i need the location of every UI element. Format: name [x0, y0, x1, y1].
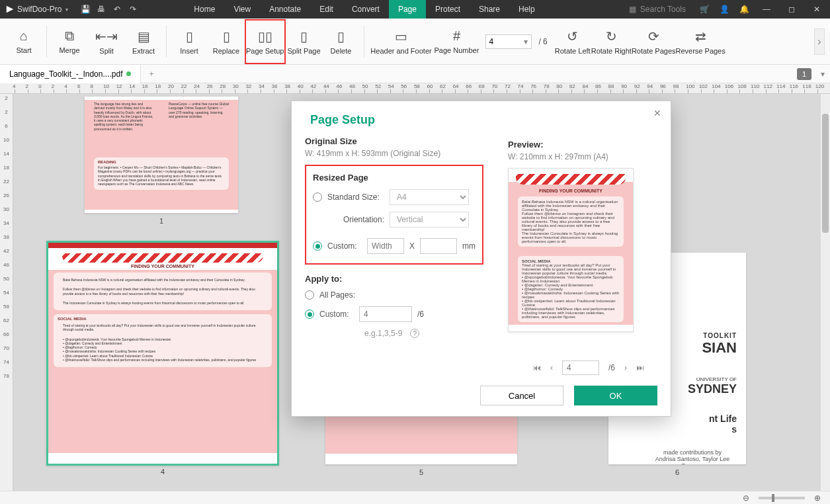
p4-social-intro: Tired of staring at your textbooks all d… [58, 321, 268, 335]
custom-pages-input[interactable] [359, 306, 412, 322]
cancel-button[interactable]: Cancel [480, 386, 563, 405]
rotate-pages-button[interactable]: ⟳Rotate Pages [632, 21, 676, 63]
undo-icon[interactable]: ↶ [112, 4, 122, 15]
dialog-buttons: Cancel OK [480, 386, 657, 405]
nav-prev-icon[interactable]: ‹ [550, 363, 553, 372]
original-size-head: Original Size [305, 136, 483, 146]
home-icon: ⌂ [20, 28, 28, 44]
nav-first-icon[interactable]: ⏮ [533, 363, 541, 372]
page-number-button[interactable]: #Page Number [435, 21, 479, 63]
scrollbar-thumb[interactable] [822, 114, 829, 233]
maximize-button[interactable]: ◻ [782, 0, 801, 19]
dialog-close-button[interactable]: ✕ [653, 108, 661, 118]
replace-icon: ▯ [223, 28, 230, 44]
quick-access-toolbar: 💾 🖶 ↶ ↷ [73, 4, 145, 15]
rotate-left-button[interactable]: ↺Rotate Left [554, 21, 591, 63]
dialog-title: Page Setup [292, 101, 671, 127]
app-name: SwifDoo-Pro [17, 5, 62, 14]
menu-view[interactable]: View [224, 0, 260, 19]
document-tab[interactable]: Language_Toolkit_-_Indon....pdf [0, 65, 141, 83]
vertical-scrollbar[interactable] [821, 94, 830, 491]
start-button[interactable]: ⌂Start [5, 21, 42, 63]
nav-page-input[interactable] [562, 360, 599, 375]
ok-button[interactable]: OK [574, 386, 657, 405]
page-setup-button[interactable]: ▯▯Page Setup [246, 21, 284, 63]
delete-button[interactable]: ▯Delete [323, 21, 360, 63]
orientation-select[interactable]: Vertical [390, 212, 469, 228]
pv-si: Tired of staring at your textbooks all d… [522, 263, 620, 275]
split-page-icon: ▯ [300, 28, 308, 44]
height-input[interactable] [420, 238, 457, 254]
extract-icon: ▤ [138, 28, 150, 44]
bell-icon[interactable]: 🔔 [737, 3, 751, 16]
split-button[interactable]: ⇤⇥Split [88, 21, 125, 63]
p4-p3: The Indonesian Consulate in Sydney is al… [58, 298, 268, 308]
app-logo[interactable]: SwifDoo-Pro ▾ [0, 5, 73, 14]
search-tools[interactable]: ▦ Search Tools [624, 5, 691, 14]
split-page-button[interactable]: ▯Split Page [286, 21, 323, 63]
pv-heading: FINDING YOUR COMMUNITY [509, 189, 633, 193]
page-thumbnail-4[interactable]: FINDING YOUR COMMUNITY Balai Bahasa Indo… [46, 241, 279, 466]
header-footer-button[interactable]: ▭Header and Footer [368, 21, 435, 63]
replace-button[interactable]: ▯Replace [208, 21, 245, 63]
save-icon[interactable]: 💾 [80, 4, 91, 15]
user-icon[interactable]: 👤 [718, 3, 731, 16]
menu-convert[interactable]: Convert [343, 0, 389, 19]
menu-help[interactable]: Help [509, 0, 544, 19]
custom-size-radio[interactable] [313, 241, 322, 251]
zoom-in-icon[interactable]: ⊕ [814, 493, 821, 503]
horizontal-ruler: 4202468101214161820222426283032343638404… [0, 83, 830, 94]
standard-size-label: Standard Size: [327, 192, 384, 202]
page-label-1: 1 [85, 217, 238, 225]
width-input[interactable] [367, 238, 404, 254]
minimize-button[interactable]: — [757, 0, 776, 19]
standard-size-radio[interactable] [313, 192, 322, 202]
apply-to-head: Apply to: [305, 274, 483, 284]
extract-button[interactable]: ▤Extract [125, 21, 162, 63]
p1-text: The language has strong ties and derived… [89, 99, 159, 134]
page-dropdown-icon[interactable]: ▾ [524, 37, 528, 46]
add-tab-button[interactable]: ＋ [141, 68, 162, 79]
header-footer-icon: ▭ [395, 28, 407, 44]
merge-button[interactable]: ⧉Merge [51, 21, 88, 63]
close-button[interactable]: ✕ [808, 0, 826, 19]
page-label-4: 4 [48, 468, 277, 476]
zoom-out-icon[interactable]: ⊖ [743, 493, 749, 503]
nav-next-icon[interactable]: › [624, 363, 627, 372]
standard-size-select[interactable]: A4 [390, 189, 469, 205]
menu-annotate[interactable]: Annotate [260, 0, 310, 19]
pv-p1: Balai Bahasa Indonesia NSW is a cultural… [522, 200, 620, 212]
page-setup-icon: ▯▯ [258, 28, 272, 44]
tab-list-dropdown[interactable]: ▾ [815, 69, 830, 79]
ribbon-scroll-right[interactable]: › [814, 28, 825, 55]
example-text: e.g.1,3,5-9 [364, 329, 402, 338]
page-thumbnail-1[interactable]: The language has strong ties and derived… [85, 97, 238, 213]
preview-panel: Preview: W: 210mm x H: 297mm (A4) FINDIN… [508, 140, 657, 332]
page-setup-highlight: ▯▯Page Setup [245, 19, 286, 64]
p1-peace: PeaceCorps — online free course Global L… [163, 99, 234, 134]
menu-home[interactable]: Home [185, 0, 224, 19]
nav-last-icon[interactable]: ⏭ [636, 363, 644, 372]
app-dropdown-icon[interactable]: ▾ [65, 7, 68, 13]
menu-protect[interactable]: Protect [426, 0, 470, 19]
print-icon[interactable]: 🖶 [96, 4, 106, 15]
page-label-6: 6 [608, 468, 746, 476]
menu-page[interactable]: Page [389, 0, 426, 19]
redo-icon[interactable]: ↷ [128, 4, 138, 15]
reverse-pages-icon: ⇄ [695, 28, 706, 44]
menu-share[interactable]: Share [470, 0, 509, 19]
help-icon[interactable]: ? [410, 329, 419, 338]
reverse-pages-button[interactable]: ⇄Reverse Pages [676, 21, 726, 63]
pv-sit: • @spongebobindonesia: Your favourite Sp… [522, 275, 620, 319]
insert-button[interactable]: ▯Insert [171, 21, 208, 63]
cart-icon[interactable]: 🛒 [698, 3, 711, 16]
ribbon: ⌂Start ⧉Merge ⇤⇥Split ▤Extract ▯Insert ▯… [0, 19, 830, 65]
custom-pages-total: /6 [417, 310, 424, 319]
tab-counter[interactable]: 1 [797, 68, 811, 80]
page-total: / 6 [538, 37, 547, 46]
custom-pages-radio[interactable] [305, 310, 314, 319]
zoom-slider[interactable] [759, 497, 805, 499]
menu-edit[interactable]: Edit [310, 0, 343, 19]
rotate-right-button[interactable]: ↻Rotate Right [591, 21, 632, 63]
all-pages-radio[interactable] [305, 290, 314, 300]
